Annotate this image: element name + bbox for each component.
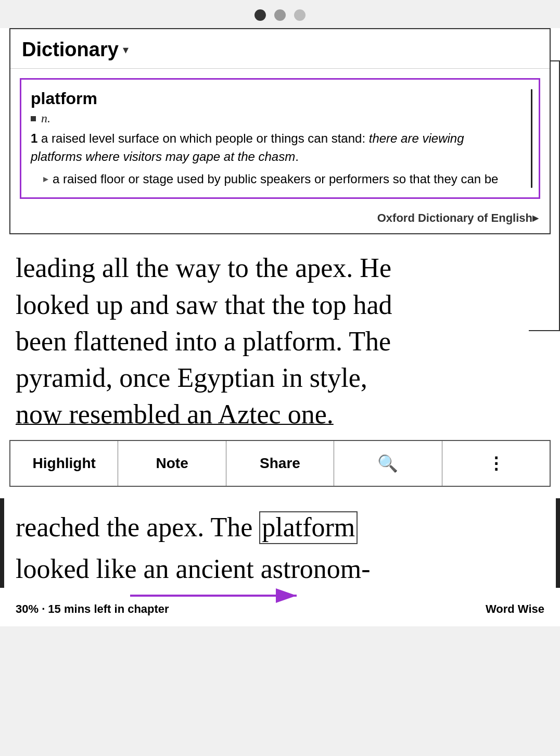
- platform-word-box: platform: [259, 511, 358, 544]
- oxford-source-text: Oxford Dictionary of English▸: [377, 211, 538, 224]
- main-content: W Dictionary ▾ platform n. 1 a raised le…: [0, 28, 560, 626]
- note-button[interactable]: Note: [118, 441, 226, 486]
- highlight-button[interactable]: Highlight: [10, 441, 118, 486]
- share-button[interactable]: Share: [226, 441, 334, 486]
- book-line-2: looked up and saw that the top had: [16, 290, 392, 320]
- search-button[interactable]: 🔍: [334, 441, 442, 486]
- entry-pos-label: n.: [41, 111, 50, 125]
- bottom-line-2: looked like an ancient astronom-: [16, 554, 371, 584]
- dot-1[interactable]: [254, 9, 266, 21]
- more-button[interactable]: ⋮: [442, 441, 550, 486]
- def-number: 1: [31, 131, 37, 145]
- book-line-4: pyramid, once Egyptian in style,: [16, 363, 367, 393]
- dot-2[interactable]: [274, 9, 286, 21]
- dictionary-panel: Dictionary ▾ platform n. 1 a raised leve…: [9, 28, 551, 234]
- def-text: a raised level surface on which people o…: [41, 131, 365, 145]
- bottom-line-1-start: reached the apex. The: [16, 512, 259, 542]
- entry-sub-definition: ▸ a raised floor or stage used by public…: [31, 170, 529, 188]
- dictionary-header[interactable]: Dictionary ▾: [10, 29, 550, 69]
- oxford-source[interactable]: Oxford Dictionary of English▸: [10, 206, 550, 233]
- sub-arrow: ▸: [43, 171, 48, 186]
- bottom-reading-area: reached the apex. The platform looked li…: [0, 498, 560, 588]
- entry-word: platform: [31, 89, 529, 108]
- right-margin-bar: [556, 498, 560, 588]
- action-toolbar: Highlight Note Share 🔍 ⋮: [9, 440, 551, 487]
- book-line-3-wrap: been flattened into a platform. The: [0, 323, 560, 360]
- bottom-line-1-platform: platform: [262, 512, 355, 542]
- sub-def-text: a raised floor or stage used by public s…: [53, 170, 498, 188]
- tooltip-arrow: [0, 487, 560, 498]
- entry-pos: n.: [31, 111, 529, 125]
- dictionary-dropdown-arrow[interactable]: ▾: [123, 43, 129, 57]
- book-line-2-wrap: looked up and saw that the top had: [0, 287, 560, 323]
- book-line-5-wrap: now resembled an Aztec one.: [0, 396, 560, 433]
- left-margin-bar: [0, 498, 4, 588]
- def-period: .: [295, 149, 299, 163]
- book-line-4-wrap: pyramid, once Egyptian in style,: [0, 360, 560, 396]
- book-text-area: leading all the way to the apex. He: [0, 234, 560, 286]
- status-bar: 30% · 15 mins left in chapter Word Wise: [0, 588, 560, 626]
- book-line-5: now resembled an Aztec one.: [16, 399, 334, 429]
- book-line-1: leading all the way to the apex. He: [16, 253, 391, 283]
- page-indicator: [0, 0, 560, 28]
- dictionary-entry-card: platform n. 1 a raised level surface on …: [20, 78, 540, 199]
- entry-definition: 1 a raised level surface on which people…: [31, 130, 529, 166]
- book-line-3: been flattened into a platform. The: [16, 326, 391, 356]
- progress-text: 30% · 15 mins left in chapter: [16, 602, 169, 616]
- pos-bullet: [31, 116, 36, 121]
- dot-3[interactable]: [294, 9, 306, 21]
- word-wise-label: Word Wise: [486, 602, 544, 616]
- dictionary-title: Dictionary: [22, 39, 119, 61]
